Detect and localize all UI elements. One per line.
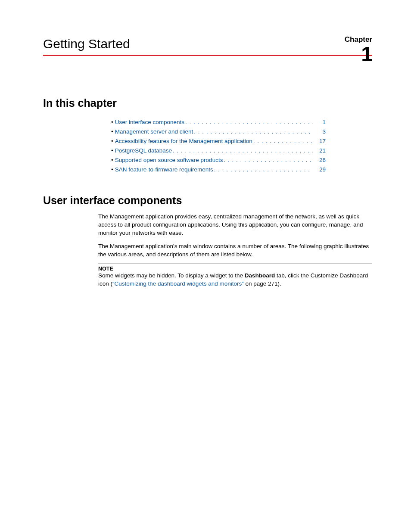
bullet-icon: • <box>111 157 113 163</box>
toc-list: • User interface components 1 • Manageme… <box>111 119 326 173</box>
toc-leader <box>184 119 313 125</box>
toc-page[interactable]: 21 <box>315 147 326 154</box>
toc-item[interactable]: • Supported open source software product… <box>111 157 326 163</box>
toc-link[interactable]: User interface components <box>115 119 184 125</box>
section-in-this-chapter: In this chapter <box>43 97 372 109</box>
chapter-header: Getting Started <box>43 37 372 56</box>
bullet-icon: • <box>111 166 113 173</box>
toc-page[interactable]: 1 <box>315 119 326 125</box>
note-label: NOTE <box>98 266 372 272</box>
toc-leader <box>252 138 313 144</box>
body-paragraph: The Management application's main window… <box>98 243 372 259</box>
toc-page[interactable]: 26 <box>315 157 326 163</box>
chapter-number: 1 <box>345 44 372 65</box>
toc-page[interactable]: 29 <box>315 166 326 173</box>
toc-page[interactable]: 3 <box>315 128 326 135</box>
toc-link[interactable]: Supported open source software products <box>115 157 223 163</box>
toc-item[interactable]: • PostgreSQL database 21 <box>111 147 326 154</box>
bullet-icon: • <box>111 147 113 154</box>
toc-item[interactable]: • Management server and client 3 <box>111 128 326 135</box>
toc-leader <box>213 166 313 173</box>
toc-leader <box>193 128 313 135</box>
note-post: on page 271). <box>244 280 281 287</box>
note-text: Some widgets may be hidden. To display a… <box>98 272 372 288</box>
document-page: Chapter 1 Getting Started In this chapte… <box>0 0 411 305</box>
note-bold: Dashboard <box>245 272 275 279</box>
toc-item[interactable]: • User interface components 1 <box>111 119 326 125</box>
toc-leader <box>172 147 313 154</box>
toc-leader <box>223 157 313 163</box>
note-pre: Some widgets may be hidden. To display a… <box>98 272 245 279</box>
toc-item[interactable]: • Accessibility features for the Managem… <box>111 138 326 144</box>
toc-link[interactable]: Accessibility features for the Managemen… <box>115 138 252 144</box>
note-block: NOTE Some widgets may be hidden. To disp… <box>98 264 372 288</box>
toc-link[interactable]: SAN feature-to-firmware requirements <box>115 166 213 173</box>
section-user-interface-components: User interface components <box>43 194 372 207</box>
note-link[interactable]: “Customizing the dashboard widgets and m… <box>112 280 244 287</box>
toc-link[interactable]: Management server and client <box>115 128 193 135</box>
bullet-icon: • <box>111 128 113 135</box>
toc-link[interactable]: PostgreSQL database <box>115 147 172 154</box>
chapter-indicator: Chapter 1 <box>345 35 372 65</box>
chapter-title: Getting Started <box>43 37 130 51</box>
toc-item[interactable]: • SAN feature-to-firmware requirements 2… <box>111 166 326 173</box>
body-paragraph: The Management application provides easy… <box>98 213 372 237</box>
bullet-icon: • <box>111 138 113 144</box>
bullet-icon: • <box>111 119 113 125</box>
toc-page[interactable]: 17 <box>315 138 326 144</box>
